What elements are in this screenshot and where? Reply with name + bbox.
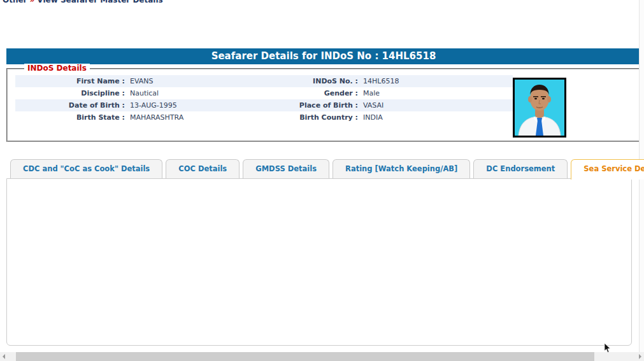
tab-cdc-coc-as-cook-details[interactable]: CDC and "CoC as Cook" Details [10,159,162,178]
tab-coc-details[interactable]: COC Details [166,159,240,178]
birth-country-value: INDIA [358,113,513,122]
seafarer-photo-image [515,80,564,136]
tab-strip: CDC and "CoC as Cook" Details COC Detail… [10,159,644,180]
birth-state-label: Birth State : [15,113,125,122]
scroll-left-arrow-icon[interactable] [3,354,5,359]
birth-country-label: Birth Country : [262,113,358,122]
first-name-value: EVANS [125,77,262,85]
indos-details-legend: INDoS Details [24,64,90,73]
sea-service-details-panel [6,178,632,346]
tab-sea-service-details[interactable]: Sea Service Details [571,159,644,180]
gender-label: Gender : [262,89,358,97]
horizontal-scrollbar[interactable] [0,352,644,361]
breadcrumb-separator: » [27,0,38,4]
indos-row: Birth State : MAHARASHTRA Birth Country … [15,111,513,124]
birth-state-value: MAHARASHTRA [125,113,262,122]
gender-value: Male [358,89,513,97]
mouse-cursor-icon [604,343,612,356]
tab-rating-watch-keeping-ab[interactable]: Rating [Watch Keeping/AB] [333,159,470,178]
date-of-birth-value: 13-AUG-1995 [125,101,262,110]
breadcrumb: Other»View Seafarer Master Details [3,0,163,4]
scroll-right-arrow-icon[interactable] [639,354,641,359]
indos-row: First Name : EVANS INDoS No. : 14HL6518 [15,75,513,87]
indos-no-value: 14HL6518 [358,77,513,85]
first-name-label: First Name : [15,77,125,85]
tab-dc-endorsement[interactable]: DC Endorsement [473,159,568,178]
indos-no-label: INDoS No. : [262,77,358,85]
indos-details-rows: First Name : EVANS INDoS No. : 14HL6518 … [15,75,513,124]
discipline-value: Nautical [125,89,262,97]
horizontal-scrollbar-thumb[interactable] [16,352,594,361]
place-of-birth-value: VASAI [358,101,513,110]
breadcrumb-section[interactable]: Other [3,0,27,4]
tab-gmdss-details[interactable]: GMDSS Details [243,159,329,178]
page-title: Seafarer Details for INDoS No : 14HL6518 [6,48,641,64]
place-of-birth-label: Place of Birth : [262,101,358,110]
indos-row: Discipline : Nautical Gender : Male [15,87,513,99]
date-of-birth-label: Date of Birth : [15,101,125,110]
seafarer-photo [513,78,566,138]
breadcrumb-page: View Seafarer Master Details [37,0,162,4]
indos-row: Date of Birth : 13-AUG-1995 Place of Bir… [15,99,513,111]
discipline-label: Discipline : [15,89,125,97]
